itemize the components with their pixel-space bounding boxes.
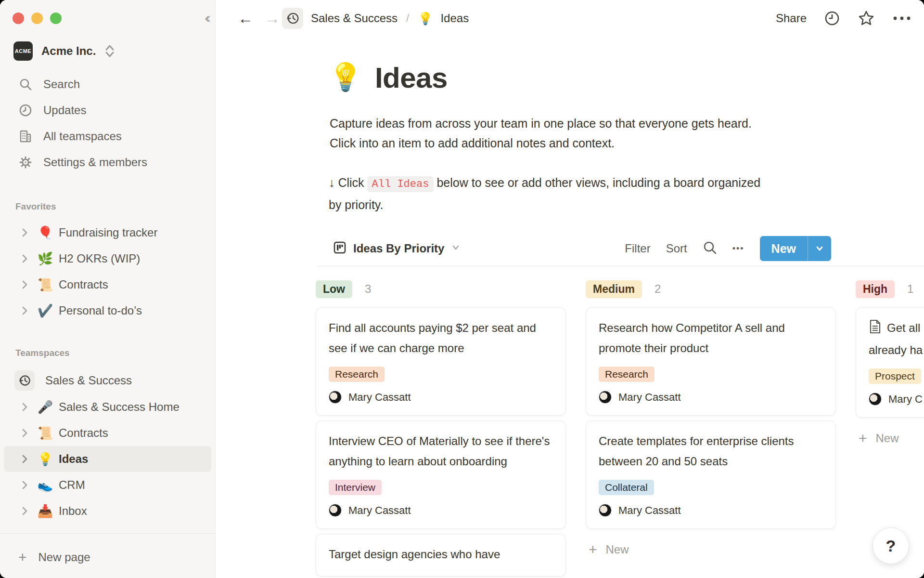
sort-button[interactable]: Sort: [666, 242, 687, 255]
column-badge-medium[interactable]: Medium: [586, 280, 642, 298]
board-card[interactable]: Research how Competitor A sell and promo…: [586, 307, 836, 416]
new-button[interactable]: New: [760, 236, 831, 261]
sidebar-item-crm[interactable]: 👟 CRM: [0, 472, 215, 498]
teamspace-name: Sales & Success: [45, 374, 132, 387]
sidebar-item-personal-todos[interactable]: ✔️ Personal to-do’s: [0, 298, 215, 324]
history-clock-icon[interactable]: [282, 8, 303, 29]
assignee-row: Mary C: [869, 393, 924, 406]
balloon-emoji-icon: 🎈: [32, 226, 59, 239]
history-clock-icon: [14, 370, 35, 391]
page-title[interactable]: Ideas: [375, 58, 448, 98]
gear-icon: [18, 156, 33, 169]
chevron-right-icon[interactable]: [19, 428, 32, 438]
share-button[interactable]: Share: [776, 12, 807, 25]
chevron-right-icon[interactable]: [19, 253, 32, 264]
sidebar-divider: [0, 533, 215, 534]
minimize-window-button[interactable]: [31, 13, 43, 24]
chevron-down-icon[interactable]: [808, 236, 831, 261]
zoom-window-button[interactable]: [50, 13, 62, 24]
board-card[interactable]: Get all already ha Prospect Mary C: [856, 307, 924, 418]
sidebar-item-label: Search: [43, 78, 80, 91]
column-count: 3: [365, 282, 371, 296]
chevron-right-icon[interactable]: [19, 480, 32, 490]
sidebar-item-contracts-favorite[interactable]: 📜 Contracts: [0, 272, 215, 298]
tag-research: Research: [329, 367, 385, 382]
breadcrumb-page[interactable]: Ideas: [440, 12, 469, 25]
sidebar-item-settings[interactable]: Settings & members: [0, 149, 215, 175]
plus-icon: +: [859, 430, 867, 447]
sidebar-item-h2-okrs[interactable]: 🌿 H2 OKRs (WIP): [0, 246, 215, 272]
sidebar-item-label: Contracts: [59, 278, 108, 291]
column-count: 2: [654, 282, 661, 296]
page-emoji-lightbulb[interactable]: 💡: [329, 58, 362, 96]
sidebar-item-sales-success-home[interactable]: 🎤 Sales & Success Home: [0, 394, 215, 420]
callout-text[interactable]: ↓ ClickAll Ideasbelow to see or add othe…: [329, 172, 760, 215]
chevron-right-icon[interactable]: [19, 279, 32, 290]
add-card-button[interactable]: + New: [856, 430, 924, 447]
board-card[interactable]: Create templates for enterprise clients …: [586, 420, 836, 529]
board-card[interactable]: Find all accounts paying $2 per seat and…: [316, 307, 566, 416]
help-button[interactable]: ?: [873, 527, 909, 564]
sidebar-item-label: Personal to-do’s: [59, 304, 142, 317]
chevron-right-icon[interactable]: [19, 506, 32, 516]
close-window-button[interactable]: [13, 13, 24, 24]
more-options-icon[interactable]: [892, 15, 911, 21]
assignee-row: Mary Cassatt: [329, 391, 553, 404]
plus-icon: +: [589, 541, 597, 558]
board-card[interactable]: Target design agencies who have: [316, 534, 566, 577]
sidebar-item-label: Ideas: [59, 452, 88, 466]
chevron-right-icon[interactable]: [19, 402, 32, 412]
clock-icon[interactable]: [824, 10, 840, 26]
sidebar-item-label: Sales & Success Home: [59, 400, 180, 414]
lightbulb-emoji-icon: 💡: [32, 453, 59, 465]
notion-window: ‹‹ ACME Acme Inc. Search Updates: [0, 0, 924, 578]
sidebar-item-all-teamspaces[interactable]: All teamspaces: [0, 123, 215, 149]
sidebar-item-search[interactable]: Search: [0, 71, 215, 97]
chevron-right-icon[interactable]: [19, 227, 32, 238]
chevron-right-icon[interactable]: [19, 305, 32, 316]
view-selector[interactable]: Ideas By Priority: [333, 234, 461, 263]
add-card-button[interactable]: + New: [586, 541, 836, 558]
sidebar-item-label: All teamspaces: [43, 130, 122, 143]
kanban-board: Low 3 Find all accounts paying $2 per se…: [216, 277, 924, 578]
favorites-list: 🎈 Fundraising tracker 🌿 H2 OKRs (WIP) 📜 …: [0, 220, 215, 324]
sidebar-item-contracts[interactable]: 📜 Contracts: [0, 420, 215, 446]
window-controls: [13, 13, 62, 24]
sidebar-item-label: Contracts: [59, 426, 108, 440]
sidebar-item-sales-and-success[interactable]: Sales & Success: [0, 367, 215, 394]
sidebar-item-label: H2 OKRs (WIP): [59, 252, 140, 265]
breadcrumb-teamspace[interactable]: Sales & Success: [311, 12, 398, 25]
search-icon[interactable]: [703, 240, 717, 257]
new-page-label: New page: [38, 551, 90, 564]
teamspaces-section-label: Teamspaces: [15, 348, 70, 358]
sidebar-item-ideas[interactable]: 💡 Ideas: [4, 446, 211, 472]
lightbulb-emoji-icon: 💡: [418, 12, 433, 26]
new-button-label[interactable]: New: [760, 236, 808, 261]
back-arrow-icon[interactable]: ←: [238, 11, 253, 26]
forward-arrow-icon[interactable]: →: [265, 11, 280, 26]
main-content: ← → Sales & Success / 💡 Ideas Share: [216, 0, 924, 578]
view-toolbar: Ideas By Priority Filter Sort ••• New: [216, 234, 924, 263]
toolbar-divider: [317, 266, 924, 266]
herb-emoji-icon: 🌿: [32, 252, 59, 265]
column-badge-low[interactable]: Low: [316, 280, 352, 298]
collapse-sidebar-icon[interactable]: ‹‹: [205, 11, 207, 25]
filter-button[interactable]: Filter: [625, 242, 650, 255]
page-description[interactable]: Capture ideas from across your team in o…: [330, 114, 752, 153]
assignee-name: Mary Cassatt: [348, 391, 411, 404]
sidebar-item-inbox[interactable]: 📥 Inbox: [0, 498, 215, 524]
sidebar-item-updates[interactable]: Updates: [0, 97, 215, 123]
sidebar: ‹‹ ACME Acme Inc. Search Updates: [0, 0, 216, 578]
sidebar-item-fundraising-tracker[interactable]: 🎈 Fundraising tracker: [0, 220, 215, 246]
chevron-right-icon[interactable]: [19, 454, 32, 464]
new-page-button[interactable]: + New page: [0, 544, 215, 570]
workspace-switcher[interactable]: ACME Acme Inc.: [13, 41, 115, 61]
sneaker-emoji-icon: 👟: [32, 479, 59, 491]
checkmark-emoji-icon: ✔️: [32, 304, 59, 317]
scroll-emoji-icon: 📜: [32, 278, 59, 291]
column-badge-high[interactable]: High: [856, 280, 895, 298]
board-view-icon: [333, 241, 346, 256]
view-more-options-icon[interactable]: •••: [732, 244, 744, 254]
star-icon[interactable]: [858, 10, 875, 27]
board-card[interactable]: Interview CEO of Materially to see if th…: [316, 420, 566, 529]
